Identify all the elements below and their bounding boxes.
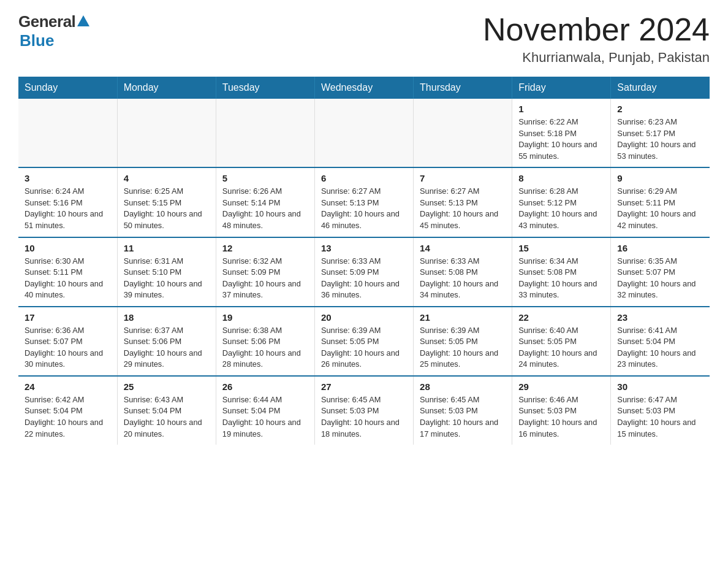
calendar-cell: 12Sunrise: 6:32 AM Sunset: 5:09 PM Dayli…	[216, 237, 314, 307]
calendar-cell: 24Sunrise: 6:42 AM Sunset: 5:04 PM Dayli…	[18, 376, 117, 445]
calendar-cell: 14Sunrise: 6:33 AM Sunset: 5:08 PM Dayli…	[414, 237, 512, 307]
calendar-cell: 30Sunrise: 6:47 AM Sunset: 5:03 PM Dayli…	[611, 376, 710, 445]
calendar-week-row: 24Sunrise: 6:42 AM Sunset: 5:04 PM Dayli…	[18, 376, 710, 445]
logo-general-text: General	[18, 12, 75, 31]
day-info: Sunrise: 6:44 AM Sunset: 5:04 PM Dayligh…	[222, 394, 308, 440]
day-info: Sunrise: 6:45 AM Sunset: 5:03 PM Dayligh…	[321, 394, 407, 440]
weekday-header-friday: Friday	[512, 77, 611, 99]
day-number: 28	[420, 381, 506, 392]
calendar-cell	[414, 99, 512, 167]
day-number: 25	[124, 381, 210, 392]
day-number: 7	[420, 173, 506, 183]
day-number: 16	[617, 243, 703, 253]
calendar-cell: 21Sunrise: 6:39 AM Sunset: 5:05 PM Dayli…	[414, 307, 512, 376]
calendar-cell: 7Sunrise: 6:27 AM Sunset: 5:13 PM Daylig…	[414, 167, 512, 237]
calendar-week-row: 1Sunrise: 6:22 AM Sunset: 5:18 PM Daylig…	[18, 99, 710, 167]
day-number: 6	[321, 173, 407, 183]
day-number: 21	[420, 312, 506, 323]
page-header: General Blue November 2024 Khurrianwala,…	[18, 12, 710, 66]
day-number: 20	[321, 312, 407, 323]
calendar-week-row: 3Sunrise: 6:24 AM Sunset: 5:16 PM Daylig…	[18, 167, 710, 237]
calendar-cell: 29Sunrise: 6:46 AM Sunset: 5:03 PM Dayli…	[512, 376, 611, 445]
day-number: 23	[617, 312, 703, 323]
logo: General Blue	[18, 12, 89, 50]
day-info: Sunrise: 6:26 AM Sunset: 5:14 PM Dayligh…	[222, 186, 308, 231]
day-info: Sunrise: 6:41 AM Sunset: 5:04 PM Dayligh…	[617, 325, 703, 370]
day-info: Sunrise: 6:23 AM Sunset: 5:17 PM Dayligh…	[617, 117, 703, 162]
weekday-header-thursday: Thursday	[414, 77, 512, 99]
day-info: Sunrise: 6:27 AM Sunset: 5:13 PM Dayligh…	[321, 186, 407, 231]
day-info: Sunrise: 6:34 AM Sunset: 5:08 PM Dayligh…	[518, 256, 604, 301]
calendar-cell: 15Sunrise: 6:34 AM Sunset: 5:08 PM Dayli…	[512, 237, 611, 307]
calendar-week-row: 10Sunrise: 6:30 AM Sunset: 5:11 PM Dayli…	[18, 237, 710, 307]
day-number: 26	[222, 381, 308, 392]
logo-triangle-icon	[77, 15, 89, 26]
calendar-cell: 11Sunrise: 6:31 AM Sunset: 5:10 PM Dayli…	[117, 237, 216, 307]
day-info: Sunrise: 6:35 AM Sunset: 5:07 PM Dayligh…	[617, 256, 703, 301]
calendar-cell: 16Sunrise: 6:35 AM Sunset: 5:07 PM Dayli…	[611, 237, 710, 307]
calendar-cell: 25Sunrise: 6:43 AM Sunset: 5:04 PM Dayli…	[117, 376, 216, 445]
day-number: 2	[617, 104, 703, 114]
calendar-cell: 8Sunrise: 6:28 AM Sunset: 5:12 PM Daylig…	[512, 167, 611, 237]
weekday-header-tuesday: Tuesday	[216, 77, 314, 99]
weekday-header-row: SundayMondayTuesdayWednesdayThursdayFrid…	[18, 77, 710, 99]
day-number: 3	[25, 173, 111, 183]
calendar-cell: 9Sunrise: 6:29 AM Sunset: 5:11 PM Daylig…	[611, 167, 710, 237]
calendar-cell: 3Sunrise: 6:24 AM Sunset: 5:16 PM Daylig…	[18, 167, 117, 237]
calendar-cell	[117, 99, 216, 167]
day-info: Sunrise: 6:25 AM Sunset: 5:15 PM Dayligh…	[124, 186, 210, 231]
day-number: 18	[124, 312, 210, 323]
day-number: 22	[518, 312, 604, 323]
calendar-cell: 19Sunrise: 6:38 AM Sunset: 5:06 PM Dayli…	[216, 307, 314, 376]
day-number: 29	[518, 381, 604, 392]
day-number: 19	[222, 312, 308, 323]
calendar-cell: 1Sunrise: 6:22 AM Sunset: 5:18 PM Daylig…	[512, 99, 611, 167]
calendar-cell: 5Sunrise: 6:26 AM Sunset: 5:14 PM Daylig…	[216, 167, 314, 237]
calendar-cell: 10Sunrise: 6:30 AM Sunset: 5:11 PM Dayli…	[18, 237, 117, 307]
calendar-cell: 6Sunrise: 6:27 AM Sunset: 5:13 PM Daylig…	[314, 167, 413, 237]
calendar-cell: 20Sunrise: 6:39 AM Sunset: 5:05 PM Dayli…	[314, 307, 413, 376]
title-area: November 2024 Khurrianwala, Punjab, Paki…	[483, 12, 710, 66]
calendar-header: SundayMondayTuesdayWednesdayThursdayFrid…	[18, 77, 710, 99]
day-info: Sunrise: 6:36 AM Sunset: 5:07 PM Dayligh…	[25, 325, 111, 370]
day-info: Sunrise: 6:27 AM Sunset: 5:13 PM Dayligh…	[420, 186, 506, 231]
calendar-cell: 27Sunrise: 6:45 AM Sunset: 5:03 PM Dayli…	[314, 376, 413, 445]
day-number: 13	[321, 243, 407, 253]
calendar-cell: 22Sunrise: 6:40 AM Sunset: 5:05 PM Dayli…	[512, 307, 611, 376]
calendar-cell	[216, 99, 314, 167]
day-number: 24	[25, 381, 111, 392]
day-info: Sunrise: 6:38 AM Sunset: 5:06 PM Dayligh…	[222, 325, 308, 370]
day-info: Sunrise: 6:33 AM Sunset: 5:09 PM Dayligh…	[321, 256, 407, 301]
calendar-week-row: 17Sunrise: 6:36 AM Sunset: 5:07 PM Dayli…	[18, 307, 710, 376]
calendar-table: SundayMondayTuesdayWednesdayThursdayFrid…	[18, 77, 710, 445]
day-number: 17	[25, 312, 111, 323]
day-number: 27	[321, 381, 407, 392]
day-number: 15	[518, 243, 604, 253]
day-number: 1	[518, 104, 604, 114]
calendar-cell: 2Sunrise: 6:23 AM Sunset: 5:17 PM Daylig…	[611, 99, 710, 167]
day-info: Sunrise: 6:43 AM Sunset: 5:04 PM Dayligh…	[124, 394, 210, 440]
day-info: Sunrise: 6:37 AM Sunset: 5:06 PM Dayligh…	[124, 325, 210, 370]
calendar-cell: 26Sunrise: 6:44 AM Sunset: 5:04 PM Dayli…	[216, 376, 314, 445]
day-info: Sunrise: 6:31 AM Sunset: 5:10 PM Dayligh…	[124, 256, 210, 301]
weekday-header-sunday: Sunday	[18, 77, 117, 99]
day-number: 14	[420, 243, 506, 253]
weekday-header-saturday: Saturday	[611, 77, 710, 99]
day-info: Sunrise: 6:47 AM Sunset: 5:03 PM Dayligh…	[617, 394, 703, 440]
day-number: 5	[222, 173, 308, 183]
day-info: Sunrise: 6:42 AM Sunset: 5:04 PM Dayligh…	[25, 394, 111, 440]
day-info: Sunrise: 6:28 AM Sunset: 5:12 PM Dayligh…	[518, 186, 604, 231]
day-info: Sunrise: 6:46 AM Sunset: 5:03 PM Dayligh…	[518, 394, 604, 440]
day-number: 11	[124, 243, 210, 253]
day-number: 10	[25, 243, 111, 253]
day-number: 8	[518, 173, 604, 183]
day-number: 12	[222, 243, 308, 253]
calendar-body: 1Sunrise: 6:22 AM Sunset: 5:18 PM Daylig…	[18, 99, 710, 445]
calendar-cell: 28Sunrise: 6:45 AM Sunset: 5:03 PM Dayli…	[414, 376, 512, 445]
day-info: Sunrise: 6:39 AM Sunset: 5:05 PM Dayligh…	[321, 325, 407, 370]
calendar-cell: 17Sunrise: 6:36 AM Sunset: 5:07 PM Dayli…	[18, 307, 117, 376]
day-info: Sunrise: 6:22 AM Sunset: 5:18 PM Dayligh…	[518, 117, 604, 162]
day-number: 30	[617, 381, 703, 392]
calendar-cell	[18, 99, 117, 167]
day-info: Sunrise: 6:45 AM Sunset: 5:03 PM Dayligh…	[420, 394, 506, 440]
